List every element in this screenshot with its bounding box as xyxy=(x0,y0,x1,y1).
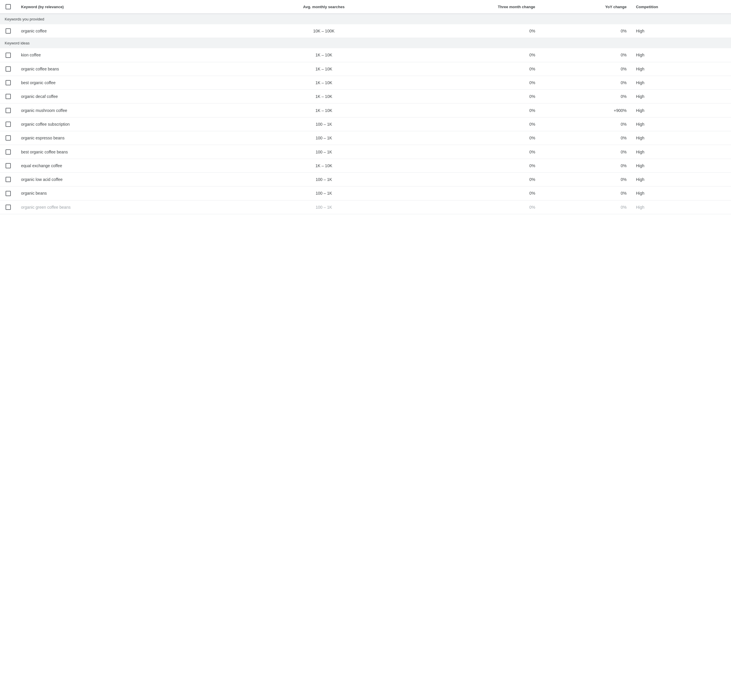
keyword-cell: organic coffee subscription xyxy=(16,117,249,131)
table-row: best organic coffee 1K – 10K 0% 0% High xyxy=(0,76,731,89)
row-checkbox-cell xyxy=(0,90,16,104)
yoy-cell: 0% xyxy=(540,76,631,89)
row-checkbox[interactable] xyxy=(6,149,11,155)
row-checkbox-cell xyxy=(0,48,16,62)
row-checkbox[interactable] xyxy=(6,163,11,168)
yoy-cell: 0% xyxy=(540,159,631,173)
three-month-cell: 0% xyxy=(399,117,540,131)
row-checkbox[interactable] xyxy=(6,28,11,34)
col-header-avg-monthly: Avg. monthly searches xyxy=(249,0,399,14)
row-checkbox[interactable] xyxy=(6,108,11,113)
three-month-cell: 0% xyxy=(399,173,540,186)
table-row: organic espresso beans 100 – 1K 0% 0% Hi… xyxy=(0,131,731,145)
keyword-cell: organic mushroom coffee xyxy=(16,104,249,117)
row-checkbox-cell xyxy=(0,117,16,131)
keyword-cell: organic coffee beans xyxy=(16,62,249,76)
three-month-cell: 0% xyxy=(399,104,540,117)
keyword-cell: equal exchange coffee xyxy=(16,159,249,173)
table-row: organic coffee 10K – 100K 0% 0% High xyxy=(0,24,731,38)
row-checkbox[interactable] xyxy=(6,80,11,85)
yoy-cell: 0% xyxy=(540,62,631,76)
yoy-cell: 0% xyxy=(540,131,631,145)
competition-cell: High xyxy=(631,173,731,186)
yoy-cell: 0% xyxy=(540,48,631,62)
table-row: organic mushroom coffee 1K – 10K 0% +900… xyxy=(0,104,731,117)
row-checkbox-cell xyxy=(0,159,16,173)
table-row: organic decaf coffee 1K – 10K 0% 0% High xyxy=(0,90,731,104)
avg-monthly-cell: 100 – 1K xyxy=(249,117,399,131)
row-checkbox[interactable] xyxy=(6,53,11,58)
row-checkbox[interactable] xyxy=(6,205,11,210)
table-row: organic coffee beans 1K – 10K 0% 0% High xyxy=(0,62,731,76)
col-header-yoy: YoY change xyxy=(540,0,631,14)
col-header-competition: Competition xyxy=(631,0,731,14)
three-month-cell: 0% xyxy=(399,90,540,104)
section-label-0: Keywords you provided xyxy=(0,14,731,24)
avg-monthly-cell: 100 – 1K xyxy=(249,173,399,186)
keyword-table: Keyword (by relevance) Avg. monthly sear… xyxy=(0,0,731,214)
row-checkbox[interactable] xyxy=(6,66,11,72)
yoy-cell: 0% xyxy=(540,24,631,38)
three-month-cell: 0% xyxy=(399,24,540,38)
section-header-0: Keywords you provided xyxy=(0,14,731,24)
row-checkbox[interactable] xyxy=(6,94,11,99)
competition-cell: High xyxy=(631,131,731,145)
row-checkbox-cell xyxy=(0,186,16,200)
competition-cell: High xyxy=(631,186,731,200)
row-checkbox-cell xyxy=(0,76,16,89)
competition-cell: High xyxy=(631,48,731,62)
yoy-cell: +900% xyxy=(540,104,631,117)
avg-monthly-cell: 1K – 10K xyxy=(249,90,399,104)
col-header-three-month: Three month change xyxy=(399,0,540,14)
three-month-cell: 0% xyxy=(399,159,540,173)
three-month-cell: 0% xyxy=(399,186,540,200)
select-all-header xyxy=(0,0,16,14)
avg-monthly-cell: 1K – 10K xyxy=(249,48,399,62)
yoy-cell: 0% xyxy=(540,117,631,131)
avg-monthly-cell: 1K – 10K xyxy=(249,62,399,76)
three-month-cell: 0% xyxy=(399,62,540,76)
yoy-cell: 0% xyxy=(540,186,631,200)
row-checkbox[interactable] xyxy=(6,177,11,182)
row-checkbox-cell xyxy=(0,200,16,214)
row-checkbox-cell xyxy=(0,104,16,117)
col-header-keyword: Keyword (by relevance) xyxy=(16,0,249,14)
section-label-1: Keyword ideas xyxy=(0,38,731,48)
three-month-cell: 0% xyxy=(399,76,540,89)
row-checkbox[interactable] xyxy=(6,122,11,127)
avg-monthly-cell: 10K – 100K xyxy=(249,24,399,38)
competition-cell: High xyxy=(631,62,731,76)
keyword-cell: organic coffee xyxy=(16,24,249,38)
competition-cell: High xyxy=(631,145,731,159)
table-row: organic beans 100 – 1K 0% 0% High xyxy=(0,186,731,200)
three-month-cell: 0% xyxy=(399,131,540,145)
section-header-1: Keyword ideas xyxy=(0,38,731,48)
competition-cell: High xyxy=(631,76,731,89)
row-checkbox-cell xyxy=(0,173,16,186)
table-row: organic low acid coffee 100 – 1K 0% 0% H… xyxy=(0,173,731,186)
competition-cell: High xyxy=(631,24,731,38)
avg-monthly-cell: 1K – 10K xyxy=(249,159,399,173)
avg-monthly-cell: 100 – 1K xyxy=(249,131,399,145)
three-month-cell: 0% xyxy=(399,145,540,159)
avg-monthly-cell: 1K – 10K xyxy=(249,104,399,117)
competition-cell: High xyxy=(631,117,731,131)
keyword-cell: organic decaf coffee xyxy=(16,90,249,104)
keyword-cell: kion coffee xyxy=(16,48,249,62)
table-row: kion coffee 1K – 10K 0% 0% High xyxy=(0,48,731,62)
table-row: organic coffee subscription 100 – 1K 0% … xyxy=(0,117,731,131)
three-month-cell: 0% xyxy=(399,200,540,214)
row-checkbox[interactable] xyxy=(6,191,11,196)
keyword-cell: best organic coffee xyxy=(16,76,249,89)
table-row: equal exchange coffee 1K – 10K 0% 0% Hig… xyxy=(0,159,731,173)
select-all-checkbox[interactable] xyxy=(6,4,11,9)
three-month-cell: 0% xyxy=(399,48,540,62)
keyword-cell: organic green coffee beans xyxy=(16,200,249,214)
row-checkbox-cell xyxy=(0,24,16,38)
yoy-cell: 0% xyxy=(540,90,631,104)
row-checkbox[interactable] xyxy=(6,135,11,141)
row-checkbox-cell xyxy=(0,131,16,145)
row-checkbox-cell xyxy=(0,145,16,159)
competition-cell: High xyxy=(631,90,731,104)
keyword-cell: organic beans xyxy=(16,186,249,200)
